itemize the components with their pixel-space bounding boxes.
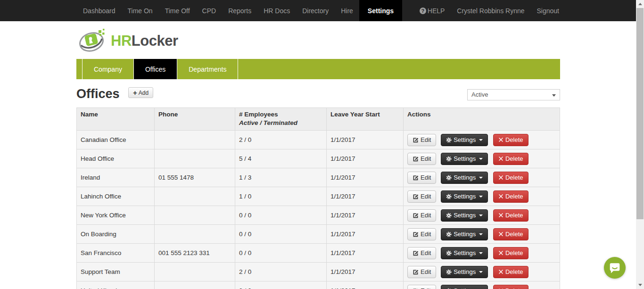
office-leave-year-cell: 1/1/2017 xyxy=(327,225,404,244)
add-office-button[interactable]: + Add xyxy=(128,87,153,98)
delete-button[interactable]: Delete xyxy=(493,228,528,240)
chat-bubble-icon xyxy=(609,262,621,274)
office-leave-year-cell: 1/1/2017 xyxy=(327,206,404,225)
settings-dropdown-button[interactable]: Settings xyxy=(441,153,488,165)
col-subheader-active-terminated: Active / Terminated xyxy=(239,119,322,126)
nav-item-cpd[interactable]: CPD xyxy=(196,0,223,21)
edit-icon xyxy=(413,212,419,218)
subnav-filler xyxy=(238,59,560,79)
edit-icon xyxy=(413,193,419,199)
delete-button[interactable]: Delete xyxy=(493,285,528,289)
gear-icon xyxy=(446,269,452,275)
delete-button[interactable]: Delete xyxy=(493,172,528,184)
caret-down-icon xyxy=(479,158,483,160)
office-leave-year-cell: 1/1/2017 xyxy=(327,244,404,263)
hrlocker-logo[interactable]: HRLocker xyxy=(78,28,178,54)
delete-button[interactable]: Delete xyxy=(493,190,528,203)
edit-button[interactable]: Edit xyxy=(407,134,436,146)
delete-button[interactable]: Delete xyxy=(493,134,528,146)
gear-icon xyxy=(446,137,452,143)
col-header-leave-year: Leave Year Start xyxy=(327,108,404,131)
edit-button[interactable]: Edit xyxy=(407,285,436,289)
nav-item-reports[interactable]: Reports xyxy=(222,0,257,21)
x-icon xyxy=(498,175,504,180)
nav-item-hire[interactable]: Hire xyxy=(335,0,359,21)
settings-dropdown-button[interactable]: Settings xyxy=(441,266,488,278)
office-phone-cell xyxy=(155,131,235,149)
nav-item-time-off[interactable]: Time Off xyxy=(159,0,196,21)
edit-button[interactable]: Edit xyxy=(407,190,436,203)
table-row: Support Team 2 / 0 1/1/2017 Edit xyxy=(77,263,560,281)
edit-button[interactable]: Edit xyxy=(407,228,436,240)
edit-icon xyxy=(413,250,419,256)
edit-button[interactable]: Edit xyxy=(407,153,436,165)
nav-item-directory[interactable]: Directory xyxy=(296,0,335,21)
office-leave-year-cell: 1/1/2017 xyxy=(327,131,404,149)
settings-dropdown-button[interactable]: Settings xyxy=(441,134,488,146)
help-link[interactable]: ? HELP xyxy=(413,0,451,21)
office-actions-cell: Edit Settings xyxy=(404,206,560,225)
col-header-employees: # EmployeesActive / Terminated xyxy=(235,108,327,131)
delete-button[interactable]: Delete xyxy=(493,209,528,222)
settings-subnav: Company Offices Departments xyxy=(76,59,560,79)
delete-button[interactable]: Delete xyxy=(493,153,528,165)
office-name-cell: Support Team xyxy=(77,263,155,281)
table-row: Head Office 5 / 4 1/1/2017 Edit xyxy=(77,149,560,168)
edit-button[interactable]: Edit xyxy=(407,209,436,222)
x-icon xyxy=(498,156,504,161)
table-row: San Francisco 001 555 2123 331 0 / 0 1/1… xyxy=(77,244,560,263)
nav-item-time-on[interactable]: Time On xyxy=(122,0,159,21)
nav-item-dashboard[interactable]: Dashboard xyxy=(77,0,122,21)
tab-departments[interactable]: Departments xyxy=(177,59,238,79)
col-header-actions: Actions xyxy=(404,108,560,131)
office-employees-cell: 1 / 3 xyxy=(235,168,327,187)
office-name-cell: Canadian Office xyxy=(77,131,155,149)
col-header-name: Name xyxy=(77,108,155,131)
scroll-down-button[interactable] xyxy=(636,281,644,289)
user-menu[interactable]: Crystel Robbins Rynne xyxy=(451,0,530,21)
arrow-down-icon xyxy=(638,284,642,286)
tab-company[interactable]: Company xyxy=(83,59,134,79)
edit-button[interactable]: Edit xyxy=(407,172,436,184)
offices-table: Name Phone # EmployeesActive / Terminate… xyxy=(76,107,560,289)
signout-link[interactable]: Signout xyxy=(531,0,565,21)
settings-dropdown-button[interactable]: Settings xyxy=(441,190,488,203)
edit-button[interactable]: Edit xyxy=(407,266,436,278)
office-name-cell: Ireland xyxy=(77,168,155,187)
tab-offices[interactable]: Offices xyxy=(134,59,177,79)
office-leave-year-cell: 1/1/2017 xyxy=(327,281,404,289)
delete-button[interactable]: Delete xyxy=(493,247,528,259)
settings-dropdown-button[interactable]: Settings xyxy=(441,285,488,289)
page-head: Offices + Add Active xyxy=(76,87,560,105)
status-filter-value: Active xyxy=(471,91,488,98)
vertical-scrollbar[interactable] xyxy=(636,0,644,289)
question-mark-icon: ? xyxy=(420,8,426,14)
x-icon xyxy=(498,194,504,199)
status-filter-select[interactable]: Active xyxy=(467,89,560,100)
settings-dropdown-button[interactable]: Settings xyxy=(441,209,488,222)
hrlocker-logo-text: HRLocker xyxy=(111,33,178,50)
settings-dropdown-button[interactable]: Settings xyxy=(441,247,488,259)
office-name-cell: Lahinch Office xyxy=(77,187,155,206)
caret-down-icon xyxy=(479,177,483,179)
office-name-cell: New York Office xyxy=(77,206,155,225)
edit-icon xyxy=(413,174,419,181)
edit-icon xyxy=(413,137,419,143)
nav-item-hr-docs[interactable]: HR Docs xyxy=(257,0,296,21)
x-icon xyxy=(498,213,504,218)
office-name-cell: On Boarding xyxy=(77,225,155,244)
office-phone-cell xyxy=(155,281,235,289)
scroll-up-button[interactable] xyxy=(636,0,644,8)
office-employees-cell: 0 / 0 xyxy=(235,244,327,263)
edit-button[interactable]: Edit xyxy=(407,247,436,259)
delete-button[interactable]: Delete xyxy=(493,266,528,278)
office-leave-year-cell: 1/1/2017 xyxy=(327,187,404,206)
scrollbar-thumb[interactable] xyxy=(636,8,644,219)
chevron-down-icon xyxy=(552,94,556,97)
settings-dropdown-button[interactable]: Settings xyxy=(441,172,488,184)
caret-down-icon xyxy=(479,139,483,141)
nav-item-settings[interactable]: Settings xyxy=(359,0,402,21)
settings-dropdown-button[interactable]: Settings xyxy=(441,228,488,240)
chat-launcher-button[interactable] xyxy=(604,257,626,279)
top-nav-right: ? HELP Crystel Robbins Rynne Signout xyxy=(413,0,565,21)
